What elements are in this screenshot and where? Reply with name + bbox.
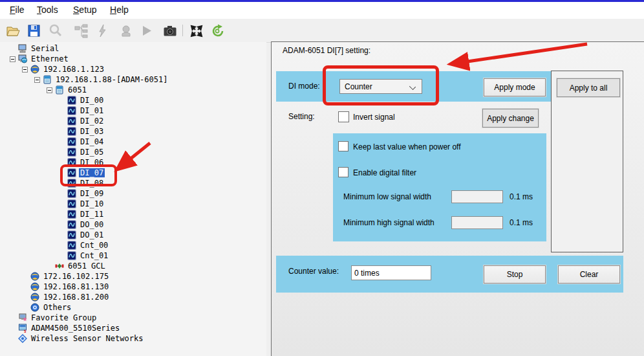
tree-item-label: 192.168.81.200	[42, 293, 110, 302]
tree-item-do-01[interactable]: DO_01	[1, 230, 105, 240]
tree-item-label: 192.168.81.130	[42, 282, 110, 291]
tree-item-192-168-1-123[interactable]: 192.168.1.123	[1, 64, 105, 74]
min-low-width-label: Minimum low signal width	[343, 192, 431, 201]
keep-last-value-label: Keep last value when power off	[353, 142, 461, 151]
tree-item-label: DO_01	[79, 230, 105, 239]
menu-help[interactable]: Help	[110, 5, 129, 15]
toolbar	[0, 19, 644, 43]
tree-item-di-02[interactable]: DI_02	[1, 116, 105, 126]
enable-digital-filter-checkbox[interactable]	[338, 167, 349, 177]
menu-tools[interactable]: Tools	[37, 5, 58, 15]
tree-item-label: Cnt_00	[79, 241, 109, 250]
tree-item-cnt-01[interactable]: Cnt_01	[1, 250, 109, 261]
tree-item-label: DI_03	[79, 127, 105, 136]
collapse-icon[interactable]	[22, 67, 28, 72]
tree-item-label: DI_01	[79, 106, 105, 115]
tree-item-192-168-1-88-adam-6051-[interactable]: 192.168.1.88-[ADAM-6051]	[1, 74, 169, 85]
apply-to-all-button[interactable]: Apply to all	[557, 78, 620, 97]
min-high-width-input[interactable]	[451, 216, 503, 229]
panel-title: ADAM-6051 DI[7] setting:	[283, 46, 370, 55]
menu-file[interactable]: File	[10, 5, 25, 15]
svg-text:5: 5	[24, 329, 27, 333]
gcl-icon	[55, 261, 64, 271]
invert-signal-label: Invert signal	[353, 113, 395, 122]
tree-item-label: 192.168.1.88-[ADAM-6051]	[54, 75, 169, 84]
globe-icon	[30, 272, 39, 281]
tree-item-di-06[interactable]: DI_06	[1, 157, 105, 168]
tree-item-label: DI_05	[79, 148, 105, 157]
tree-item-favorite-group[interactable]: Favorite Group	[1, 313, 98, 323]
open-folder-icon[interactable]	[5, 23, 21, 39]
refresh-icon[interactable]	[210, 23, 226, 39]
tree-item-do-00[interactable]: DO_00	[1, 219, 105, 230]
tree-item-others[interactable]: Others	[1, 302, 72, 313]
clear-button[interactable]: Clear	[558, 265, 620, 284]
menu-bar: FileToolsSetupHelp	[0, 2, 644, 19]
tree-item-ethernet[interactable]: Ethernet	[1, 54, 70, 64]
tree-item-di-10[interactable]: DI_10	[1, 199, 105, 209]
save-icon[interactable]	[27, 23, 42, 39]
tree-item-di-07[interactable]: DI_07	[1, 168, 105, 178]
tree-item-label: Ethernet	[30, 54, 70, 63]
io-point-icon	[67, 179, 76, 188]
chevron-down-icon	[409, 83, 416, 90]
io-point-icon	[67, 168, 76, 177]
camera-icon[interactable]	[162, 23, 178, 39]
globe-icon	[30, 282, 39, 291]
others-icon	[30, 303, 39, 312]
io-point-icon	[67, 148, 76, 157]
io-point-icon	[67, 117, 76, 126]
tree-item-label: Others	[42, 303, 72, 312]
tree-item-label: DI_11	[79, 210, 105, 219]
tree-item-di-00[interactable]: DI_00	[1, 95, 105, 106]
toolbar-separator	[182, 25, 183, 36]
menu-setup[interactable]: Setup	[73, 5, 97, 15]
favorite-icon	[18, 313, 27, 322]
module-icon	[55, 85, 64, 95]
fullscreen-icon[interactable]	[189, 23, 204, 39]
keep-last-value-checkbox[interactable]	[338, 141, 349, 151]
di-mode-value: Counter	[345, 82, 372, 91]
counter-value-input[interactable]: 0 times	[351, 265, 431, 280]
stop-button[interactable]: Stop	[484, 265, 546, 284]
collapse-icon[interactable]	[34, 77, 40, 83]
network-tree-icon	[74, 23, 89, 39]
collapse-icon[interactable]	[10, 56, 16, 62]
io-point-icon	[67, 127, 76, 136]
tree-item-di-03[interactable]: DI_03	[1, 126, 105, 137]
counter-value-bar: Counter value: 0 times Stop Clear	[276, 256, 623, 293]
tree-item-di-09[interactable]: DI_09	[1, 188, 105, 199]
device-tree: SerialEthernet192.168.1.123192.168.1.88-…	[0, 42, 266, 356]
min-high-width-label: Minimum high signal width	[343, 218, 435, 227]
tree-item-label: 6051 GCL	[67, 261, 107, 271]
io-point-icon	[67, 251, 76, 260]
tree-item-di-04[interactable]: DI_04	[1, 137, 105, 147]
tree-item-di-01[interactable]: DI_01	[1, 106, 105, 116]
tree-item-wireless-sensor-networks[interactable]: Wireless Sensor Networks	[1, 333, 144, 344]
tree-item-label: DI_10	[79, 199, 105, 208]
tree-item-cnt-00[interactable]: Cnt_00	[1, 240, 109, 250]
tree-item-label: 192.168.1.123	[42, 65, 105, 74]
tree-item-adam4500-5510series[interactable]: 5ADAM4500_5510Series	[1, 323, 121, 333]
tree-item-label: 6051	[67, 85, 88, 95]
tree-item-6051-gcl[interactable]: 6051 GCL	[1, 261, 107, 271]
collapse-icon[interactable]	[47, 87, 52, 93]
di-mode-dropdown[interactable]: Counter	[339, 79, 422, 94]
tree-item-label: DI_06	[79, 158, 105, 167]
apply-mode-button[interactable]: Apply mode	[484, 78, 546, 96]
tree-item-serial[interactable]: Serial	[1, 43, 60, 54]
tree-item-di-11[interactable]: DI_11	[1, 209, 105, 219]
tree-item-172-16-102-175[interactable]: 172.16.102.175	[1, 271, 110, 282]
module-icon	[43, 75, 52, 84]
min-low-width-input[interactable]	[451, 190, 503, 203]
io-point-icon	[67, 230, 76, 239]
tree-item-di-05[interactable]: DI_05	[1, 147, 105, 157]
serial-icon	[18, 44, 27, 53]
tree-item-6051[interactable]: 6051	[1, 85, 88, 95]
search-icon	[48, 23, 63, 39]
tree-item-192-168-81-200[interactable]: 192.168.81.200	[1, 292, 110, 302]
tree-item-192-168-81-130[interactable]: 192.168.81.130	[1, 282, 110, 292]
tree-item-di-08[interactable]: DI_08	[1, 178, 105, 188]
invert-signal-checkbox[interactable]	[338, 111, 349, 122]
apply-change-button[interactable]: Apply change	[482, 109, 539, 128]
